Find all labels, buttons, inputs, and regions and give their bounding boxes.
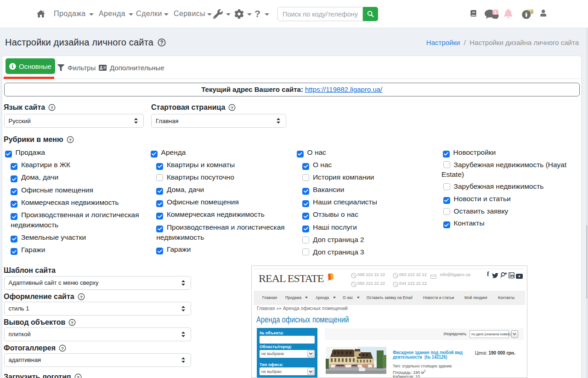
svg-text:?: ? <box>231 105 233 110</box>
svg-text:?: ? <box>61 345 64 350</box>
svg-text:?: ? <box>160 39 164 45</box>
svg-text:?: ? <box>69 137 72 142</box>
svg-text:?: ? <box>77 374 79 378</box>
svg-text:?: ? <box>71 320 74 325</box>
svg-text:?: ? <box>80 294 83 299</box>
svg-text:?: ? <box>51 105 53 110</box>
